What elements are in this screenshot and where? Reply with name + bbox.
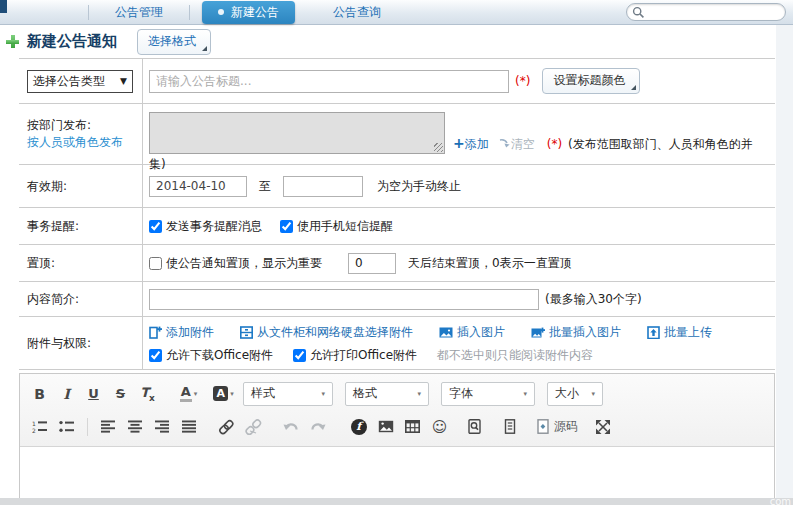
summary-note: (最多输入30个字)	[545, 291, 642, 308]
pin-checkbox-input[interactable]	[149, 257, 162, 270]
undo-button[interactable]	[277, 414, 304, 440]
corner-notch	[0, 0, 7, 13]
styles-combo-label: 样式	[251, 385, 275, 402]
page-header: 新建公告通知 选择格式	[0, 25, 793, 58]
select-from-cabinet-link[interactable]: 从文件柜和网络硬盘选择附件	[240, 324, 413, 341]
unlink-button[interactable]	[240, 414, 267, 440]
validity-end-input[interactable]	[283, 176, 363, 197]
resize-handle-icon[interactable]	[434, 143, 443, 152]
pin-label: 置顶:	[19, 245, 143, 281]
format-combo[interactable]: 格式 ▾	[345, 382, 429, 406]
allow-print-checkbox[interactable]: 允许打印Office附件	[293, 347, 417, 364]
insert-image-link[interactable]: 插入图片	[439, 324, 505, 341]
attachment-permission-note: 都不选中则只能阅读附件内容	[437, 347, 593, 364]
justify-icon	[182, 420, 197, 433]
strikethrough-button[interactable]: S	[107, 381, 134, 407]
flash-button[interactable]: f	[345, 414, 372, 440]
announcement-type-select[interactable]: 选择公告类型 ▼	[27, 70, 133, 93]
chevron-down-icon: ▾	[321, 390, 325, 398]
pin-days-input[interactable]	[348, 253, 396, 274]
numbered-list-icon: 1 2	[32, 420, 48, 434]
chevron-down-icon: ▾	[230, 390, 234, 398]
send-reminder-label: 发送事务提醒消息	[166, 218, 262, 235]
sms-reminder-checkbox[interactable]: 使用手机短信提醒	[280, 218, 393, 235]
set-title-color-button[interactable]: 设置标题颜色	[542, 68, 640, 94]
pin-note: 天后结束置顶，0表示一直置顶	[408, 255, 572, 272]
align-right-button[interactable]	[149, 414, 176, 440]
remove-format-button[interactable]: Tx	[134, 381, 161, 407]
underline-button[interactable]: U	[80, 381, 107, 407]
send-reminder-checkbox[interactable]: 发送事务提醒消息	[149, 218, 262, 235]
publish-scope-textarea[interactable]	[149, 112, 445, 154]
text-color-button[interactable]: A ▾	[175, 381, 202, 407]
image-icon	[378, 420, 394, 433]
summary-content: (最多输入30个字)	[143, 282, 775, 316]
publish-by-dept-label: 按部门发布:	[27, 117, 142, 134]
upload-icon	[647, 326, 660, 339]
background-color-button[interactable]: A ▾	[210, 381, 237, 407]
batch-insert-image-link[interactable]: 批量插入图片	[531, 324, 621, 341]
pin-checkbox[interactable]: 使公告通知置顶，显示为重要	[149, 255, 322, 272]
dropdown-corner-icon	[202, 46, 207, 51]
chevron-down-icon: ▾	[523, 390, 527, 398]
toolbar-row-1: B I U S Tx A ▾ A ▾ 样式 ▾ 格式 ▾	[26, 377, 768, 410]
tab-new-announcement[interactable]: 新建公告	[202, 1, 295, 24]
editor-toolbar: B I U S Tx A ▾ A ▾ 样式 ▾ 格式 ▾	[20, 374, 774, 447]
italic-button[interactable]: I	[53, 381, 80, 407]
image-button[interactable]	[372, 414, 399, 440]
select-format-button[interactable]: 选择格式	[137, 29, 211, 55]
source-button[interactable]: 源码	[531, 414, 583, 440]
search-input[interactable]	[626, 3, 786, 21]
tab-announcement-query[interactable]: 公告查询	[307, 0, 407, 25]
justify-button[interactable]	[176, 414, 203, 440]
batch-upload-link[interactable]: 批量上传	[647, 324, 712, 341]
allow-print-checkbox-input[interactable]	[293, 349, 306, 362]
sms-reminder-checkbox-input[interactable]	[280, 220, 293, 233]
row-pin: 置顶: 使公告通知置顶，显示为重要 天后结束置顶，0表示一直置顶	[19, 245, 775, 282]
styles-combo[interactable]: 样式 ▾	[243, 382, 333, 406]
row-type-title: 选择公告类型 ▼ (*) 设置标题颜色	[19, 59, 775, 104]
bold-button[interactable]: B	[26, 381, 53, 407]
link-button[interactable]	[213, 414, 240, 440]
row-publish-scope: 按部门发布: 按人员或角色发布 +添加 清空(*)(发布范围取部门、人员和角色的…	[19, 104, 775, 165]
align-center-button[interactable]	[122, 414, 149, 440]
numbered-list-button[interactable]: 1 2	[26, 414, 53, 440]
file-plus-icon	[149, 326, 162, 339]
summary-input[interactable]	[149, 289, 539, 310]
clear-scope-link[interactable]: 清空	[499, 137, 535, 151]
size-combo[interactable]: 大小 ▾	[547, 382, 603, 406]
editor-content-area[interactable]	[20, 447, 774, 499]
maximize-button[interactable]	[589, 414, 616, 440]
send-reminder-checkbox-input[interactable]	[149, 220, 162, 233]
allow-download-checkbox-input[interactable]	[149, 349, 162, 362]
align-left-button[interactable]	[95, 414, 122, 440]
format-combo-label: 格式	[353, 385, 377, 402]
reminder-label: 事务提醒:	[19, 208, 143, 244]
chevron-down-icon: ▾	[194, 390, 198, 398]
search-box	[626, 3, 786, 21]
bulleted-list-button[interactable]	[53, 414, 80, 440]
preview-button[interactable]	[461, 414, 488, 440]
add-scope-link[interactable]: +添加	[453, 137, 489, 151]
batch-insert-image-label: 批量插入图片	[549, 324, 621, 341]
table-button[interactable]	[399, 414, 426, 440]
dropdown-corner-icon	[631, 85, 636, 90]
title-input[interactable]	[149, 70, 509, 93]
add-scope-label: 添加	[465, 137, 489, 151]
batch-upload-label: 批量上传	[664, 324, 712, 341]
text-color-glyph: A	[180, 385, 192, 402]
publish-labels: 按部门发布: 按人员或角色发布	[19, 104, 143, 164]
validity-start-input[interactable]	[149, 176, 247, 197]
page-title: 新建公告通知	[27, 32, 117, 51]
templates-button[interactable]	[496, 414, 523, 440]
font-combo[interactable]: 字体 ▾	[441, 382, 535, 406]
bulleted-list-icon	[59, 420, 75, 434]
smiley-button[interactable]: ☺	[426, 414, 453, 440]
tab-announcement-management[interactable]: 公告管理	[89, 0, 189, 25]
remove-format-glyph: Tx	[140, 385, 155, 403]
add-attachment-link[interactable]: 添加附件	[149, 324, 214, 341]
redo-button[interactable]	[304, 414, 331, 440]
green-plus-icon	[6, 35, 19, 48]
allow-download-checkbox[interactable]: 允许下载Office附件	[149, 347, 273, 364]
publish-by-person-link[interactable]: 按人员或角色发布	[27, 134, 142, 151]
